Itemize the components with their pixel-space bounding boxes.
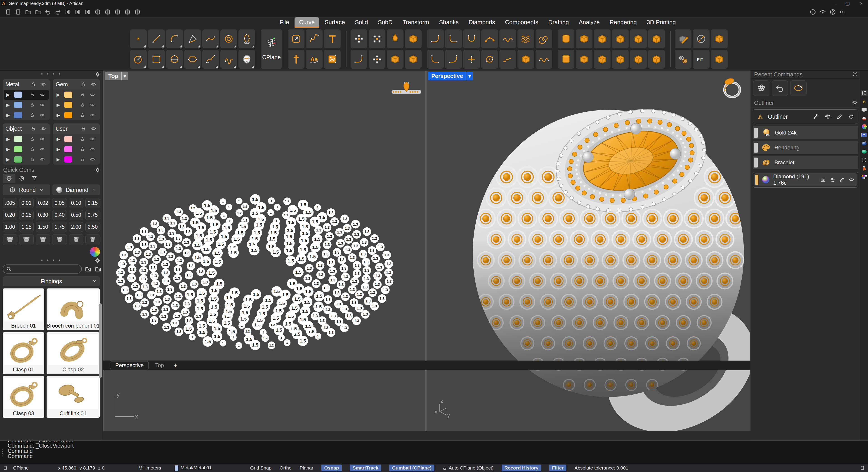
waves-button[interactable] [518,29,534,49]
export-icon[interactable] [93,8,103,16]
pencil-icon[interactable] [836,114,843,120]
paper-button[interactable] [387,50,403,69]
drag-handle[interactable]: • • • • [41,71,61,77]
head-5-button[interactable] [69,234,84,245]
undo-arrow-button[interactable] [772,81,788,96]
viewport-menu-arrow[interactable]: ▾ [121,72,128,80]
wave-button[interactable] [535,50,552,69]
save-copy-icon[interactable] [83,8,93,16]
gem-size-2.50[interactable]: 2.50 [86,222,100,232]
page-icon[interactable] [3,466,8,470]
pencil-icon[interactable] [839,177,845,183]
gem-size-1.50[interactable]: 1.50 [36,222,50,232]
cylinder-button[interactable] [558,29,575,49]
ring-3d-render[interactable] [427,71,750,431]
gem-size-0.05[interactable]: 0.05 [52,198,67,208]
cube-button[interactable] [648,50,665,69]
lock-icon[interactable] [79,102,86,107]
eye-icon[interactable] [38,112,46,118]
seat-tab[interactable] [16,174,28,183]
layer-color-swatch[interactable] [64,156,72,162]
eye-icon[interactable] [848,177,855,183]
color-wheel-tab[interactable] [861,123,868,130]
tricurve-button[interactable] [184,29,201,49]
refresh-icon[interactable] [848,114,855,120]
gem-size-0.02[interactable]: 0.02 [36,198,50,208]
menu-components[interactable]: Components [500,18,543,28]
layer-color-swatch[interactable] [64,146,72,152]
layer-expand-icon[interactable]: ▶ [57,157,64,162]
perspective-viewport[interactable]: Perspective ▾ x z y [426,70,750,431]
layer-color-swatch[interactable] [14,112,22,118]
layer-color-swatch[interactable] [64,136,72,142]
top-viewport-label[interactable]: Top ▾ [105,72,128,80]
gear-icon[interactable] [852,100,858,105]
snap-star-button[interactable] [369,29,385,49]
finding-card[interactable]: Brooch 01 [3,288,44,330]
color-checker-tab[interactable] [861,174,868,180]
paper-button[interactable] [576,29,592,49]
layer-expand-icon[interactable]: ▶ [57,92,64,97]
lock-icon[interactable] [79,147,86,152]
lock-icon[interactable] [29,82,37,87]
oval-button[interactable] [239,29,255,49]
dash-button[interactable] [499,50,516,69]
status-toggle-smarttrack[interactable]: SmartTrack [350,465,381,471]
outliner-row-bracelet[interactable]: Bracelet [753,156,858,169]
gem-size-0.30[interactable]: 0.30 [36,210,50,220]
help-icon[interactable] [828,8,838,16]
menu-diamonds[interactable]: Diamonds [464,18,500,28]
perspective-viewport-label[interactable]: Perspective ▾ [428,72,473,80]
layer-expand-icon[interactable]: ▶ [57,147,64,152]
cross-button[interactable] [288,50,305,69]
lock-icon[interactable] [29,147,36,152]
layer-expand-icon[interactable]: ▶ [6,92,14,97]
status-toggle-planar[interactable]: Planar [300,465,313,471]
sphere-outline-tab[interactable] [861,157,868,163]
layer-expand-icon[interactable]: ▶ [6,112,14,118]
color-wheel-button[interactable] [90,247,100,257]
material-dropdown[interactable]: Diamond [53,185,100,195]
cut-dropdown[interactable]: Round [3,185,50,195]
text-button[interactable] [324,29,341,49]
lock-icon[interactable] [29,157,36,162]
layer-color-swatch[interactable] [14,92,22,98]
layer-color-swatch[interactable] [64,92,72,98]
menu-rendering[interactable]: Rendering [605,18,641,28]
status-toggle-auto-cplane-object-[interactable]: Auto CPlane (Object) [442,465,493,471]
gear-icon[interactable] [94,257,100,263]
gem-select-icon[interactable] [113,8,123,16]
gem-size-.005[interactable]: .005 [3,198,17,208]
drag-handle[interactable]: • • • • [41,257,61,263]
open-folder-add-icon[interactable] [33,8,43,16]
selection-row[interactable]: Diamond (191) 1.76c [754,174,857,186]
cross-sm-button[interactable] [463,50,480,69]
eye-icon[interactable] [89,157,96,162]
layer-color-swatch[interactable] [14,136,22,142]
learn-icon[interactable] [818,8,828,16]
gem-size-0.10[interactable]: 0.10 [69,198,84,208]
paper-button[interactable] [711,50,727,69]
corner1-button[interactable] [427,29,444,49]
cube-button[interactable] [612,50,629,69]
lock-icon[interactable] [29,136,36,141]
line-button[interactable] [148,29,165,49]
lock-icon[interactable] [29,113,36,118]
snap-cross-button[interactable] [369,50,385,69]
menu-surface[interactable]: Surface [320,18,349,28]
layer-row[interactable]: ▶ [4,110,49,120]
layer-row[interactable]: ▶ [54,90,99,100]
layer-expand-icon[interactable]: ▶ [6,102,14,107]
layer-row[interactable]: ▶ [4,134,49,144]
new-file-icon[interactable] [3,8,13,16]
finding-card[interactable]: Cuff link 01 [46,376,100,418]
head-4-button[interactable] [52,234,67,245]
menu-file[interactable]: File [275,18,293,28]
artisan-a-tab[interactable] [861,98,868,105]
gem-tab[interactable] [3,174,16,183]
fit-button[interactable]: FIT [693,50,710,69]
lock-icon[interactable] [79,113,86,118]
layer-color-swatch[interactable] [14,156,22,162]
status-cplane[interactable]: CPlane [13,465,29,471]
tree-view-tab[interactable] [861,90,868,96]
